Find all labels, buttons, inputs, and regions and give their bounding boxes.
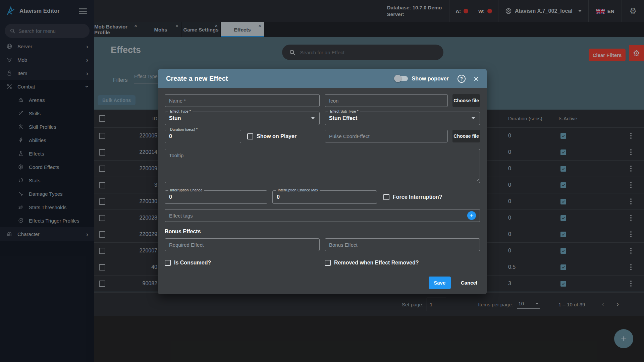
save-button[interactable]: Save [429,277,451,289]
effect-sub-type-select[interactable]: Effect Sub Type * Stun Effect [325,112,480,125]
is-consumed-label: Is Consumed? [174,260,211,266]
name-field[interactable] [165,94,320,107]
checkbox-box [247,133,253,139]
checkbox-box [325,260,331,266]
icon-field[interactable] [325,94,448,107]
modal-footer: Save Cancel [158,271,487,294]
bonus-effects-heading: Bonus Effects [165,229,480,235]
help-icon[interactable]: ? [458,75,466,83]
effect-sub-type-label: Effect Sub Type * [328,109,360,113]
cancel-button[interactable]: Cancel [461,280,477,286]
duration-label: Duration (secs) * [168,127,199,131]
interruption-chance-input[interactable] [169,194,263,200]
toggle-knob [394,75,401,82]
show-on-player-label: Show on Player [257,133,297,139]
bonus-effect-field[interactable] [325,238,480,251]
chevron-down-icon [311,117,315,119]
pulse-coordeffect-field[interactable] [325,130,448,142]
checkbox-box [383,194,389,200]
effect-tags-input[interactable] [165,209,480,222]
removed-when-effect-removed-label: Removed when Effect Removed? [334,260,419,266]
force-interruption-label: Force Interruption? [393,194,442,200]
modal-body: Choose file Effect Type * Stun Effect Su… [158,88,487,266]
close-icon[interactable]: × [474,74,479,83]
interruption-chance-max-input[interactable] [277,194,373,200]
effect-type-value: Stun [169,115,181,121]
show-popover-toggle[interactable] [395,76,408,81]
duration-input[interactable] [169,133,237,139]
screen: Atavism Editor Server› Mob› Item› [0,0,644,362]
modal-title: Create a new Effect [166,75,395,82]
modal-header: Create a new Effect Show popover ? × [158,69,487,88]
interruption-chance-max-label: Interruption Chance Max [276,188,320,192]
effect-type-select[interactable]: Effect Type * Stun [165,112,320,125]
required-effect-field[interactable] [165,238,320,251]
is-consumed-checkbox[interactable]: Is Consumed? [165,260,211,266]
effect-sub-type-value: Stun Effect [329,115,357,121]
icon-choose-file-button[interactable]: Choose file [452,94,480,107]
show-popover-label: Show popover [412,76,449,82]
chevron-down-icon [472,117,475,119]
duration-field[interactable]: Duration (secs) * [165,130,241,143]
show-on-player-checkbox[interactable]: Show on Player [247,133,297,139]
interruption-chance-label: Interruption Chance [168,188,204,192]
effect-tags-field[interactable]: + [165,209,480,222]
pulse-choose-file-button[interactable]: Choose file [452,130,480,142]
force-interruption-checkbox[interactable]: Force Interruption? [383,194,442,200]
interruption-chance-field[interactable]: Interruption Chance [165,190,267,204]
add-tag-button[interactable]: + [467,211,476,220]
removed-when-effect-removed-checkbox[interactable]: Removed when Effect Removed? [325,260,419,266]
interruption-chance-max-field[interactable]: Interruption Chance Max [272,190,377,204]
checkbox-box [165,260,171,266]
tooltip-textarea[interactable] [165,149,480,183]
effect-type-label: Effect Type * [168,109,193,113]
tooltip-area [165,149,480,184]
create-effect-modal: Create a new Effect Show popover ? × Cho… [158,69,487,294]
